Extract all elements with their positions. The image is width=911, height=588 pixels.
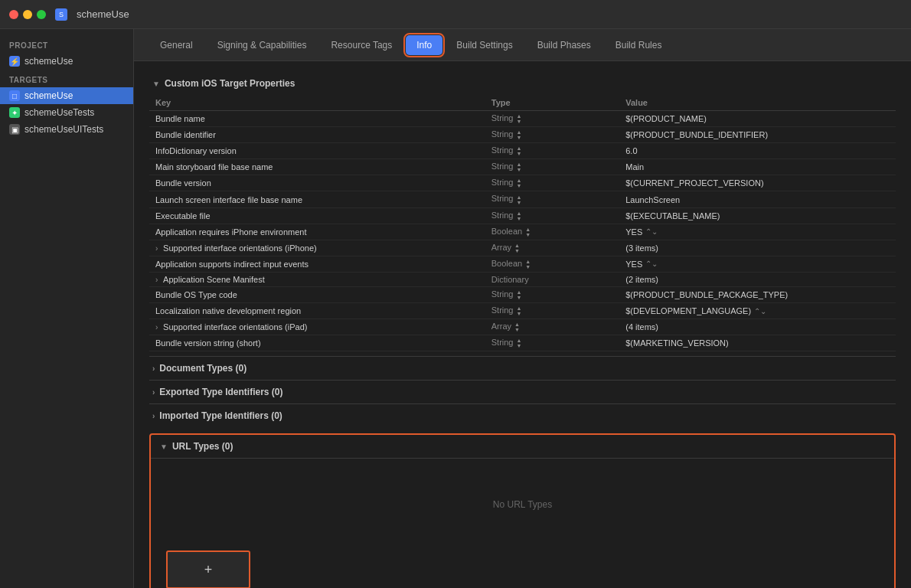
type-cell: String▲▼ [485,303,620,319]
table-row: Bundle identifierString▲▼$(PRODUCT_BUNDL… [149,127,896,143]
tab-buildphases[interactable]: Build Phases [527,35,602,55]
props-table: Key Type Value Bundle nameString▲▼$(PROD… [149,95,896,351]
type-cell: String▲▼ [485,175,620,191]
sidebar-target-1-name: schemeUseTests [24,107,94,118]
key-cell: › Application Scene Manifest [149,272,485,286]
sidebar-item-schemeuse[interactable]: □ schemeUse [0,87,133,104]
target-uitest-icon: ▣ [9,124,20,135]
key-cell: Application supports indirect input even… [149,256,485,272]
table-row: Bundle version string (short)String▲▼$(M… [149,335,896,351]
maximize-button[interactable] [37,10,46,19]
key-cell: › Supported interface orientations (iPad… [149,319,485,335]
tab-resource[interactable]: Resource Tags [320,35,403,55]
imported-types-chevron: › [152,412,155,420]
sidebar-item-schemeusetests[interactable]: ✦ schemeUseTests [0,104,133,121]
type-stepper[interactable]: ▲▼ [514,243,520,253]
project-icon: ⚡ [9,56,20,67]
table-row: Localization native development regionSt… [149,303,896,319]
imported-types-section[interactable]: › Imported Type Identifiers (0) [149,403,896,427]
type-stepper[interactable]: ▲▼ [517,305,522,316]
custom-ios-section: ▼ Custom iOS Target Properties Key Type … [149,74,896,351]
type-stepper[interactable]: ▲▼ [517,194,522,205]
select-chevron-icon: ⌃⌄ [645,260,658,268]
select-value[interactable]: $(DEVELOPMENT_LANGUAGE) ⌃⌄ [625,306,766,315]
add-url-type-button[interactable]: + [166,550,250,588]
tab-buildrules[interactable]: Build Rules [605,35,673,55]
app-icon: S [55,8,67,21]
tab-general[interactable]: General [149,35,204,55]
col-value: Value [619,95,896,111]
type-cell: Array▲▼ [485,240,620,256]
document-types-section[interactable]: › Document Types (0) [149,356,896,380]
key-cell: Main storyboard file base name [149,159,485,175]
close-button[interactable] [9,10,18,19]
type-stepper[interactable]: ▲▼ [514,322,520,332]
value-cell: (2 items) [619,272,896,286]
type-cell: String▲▼ [485,286,620,302]
type-stepper[interactable]: ▲▼ [517,211,522,221]
value-cell: $(MARKETING_VERSION) [619,335,896,351]
type-cell: String▲▼ [485,207,620,224]
value-cell: Main [619,159,896,175]
doc-types-chevron: › [152,364,155,373]
select-value[interactable]: YES ⌃⌄ [625,260,658,269]
sidebar-item-project[interactable]: ⚡ schemeUse [0,53,133,70]
expand-arrow[interactable]: › [155,276,160,284]
value-cell: $(CURRENT_PROJECT_VERSION) [619,175,896,191]
imported-types-label: Imported Type Identifiers (0) [159,410,282,421]
type-cell: String▲▼ [485,143,620,159]
key-cell: › Supported interface orientations (iPho… [149,240,485,256]
url-types-toolbar: + [151,550,894,588]
exported-types-section[interactable]: › Exported Type Identifiers (0) [149,380,896,403]
expand-arrow[interactable]: › [155,323,160,332]
window-controls[interactable] [9,10,46,19]
info-pane[interactable]: ▼ Custom iOS Target Properties Key Type … [134,61,911,588]
type-stepper[interactable]: ▲▼ [517,162,522,172]
table-row: Main storyboard file base nameString▲▼Ma… [149,159,896,175]
exported-types-label: Exported Type Identifiers (0) [159,387,282,397]
type-stepper[interactable]: ▲▼ [517,289,522,300]
tab-signing[interactable]: Signing & Capabilities [207,35,318,55]
targets-section-label: TARGETS [0,70,133,87]
table-row: InfoDictionary versionString▲▼6.0 [149,143,896,159]
table-row: Application supports indirect input even… [149,256,896,272]
url-types-chevron: ▼ [160,443,168,451]
value-cell: LaunchScreen [619,191,896,207]
url-types-header[interactable]: ▼ URL Types (0) [151,435,894,459]
type-cell: String▲▼ [485,191,620,207]
select-chevron-icon: ⌃⌄ [645,227,658,236]
type-cell: String▲▼ [485,159,620,175]
select-value[interactable]: YES ⌃⌄ [625,227,658,237]
url-types-body: No URL Types [151,459,894,550]
value-cell: $(EXECUTABLE_NAME) [619,207,896,224]
project-section-label: PROJECT [0,35,133,53]
type-cell: Array▲▼ [485,319,620,335]
type-stepper[interactable]: ▲▼ [525,227,531,237]
type-stepper[interactable]: ▲▼ [517,178,522,188]
key-cell: Bundle name [149,111,485,127]
sidebar-item-schemeuseuitests[interactable]: ▣ schemeUseUITests [0,121,133,138]
custom-ios-header[interactable]: ▼ Custom iOS Target Properties [149,74,896,93]
type-stepper[interactable]: ▲▼ [525,259,531,270]
type-stepper[interactable]: ▲▼ [517,129,522,140]
expand-arrow[interactable]: › [155,244,160,253]
table-row: › Supported interface orientations (iPho… [149,240,896,256]
tab-info[interactable]: Info [406,35,442,55]
value-cell: (4 items) [619,319,896,335]
content-area: General Signing & Capabilities Resource … [134,29,911,588]
custom-ios-title: Custom iOS Target Properties [165,78,295,89]
table-row: Launch screen interface file base nameSt… [149,191,896,207]
type-cell: Boolean▲▼ [485,256,620,272]
key-cell: Bundle version [149,175,485,191]
titlebar: S schemeUse [0,0,911,29]
table-row: Bundle OS Type codeString▲▼$(PRODUCT_BUN… [149,286,896,302]
type-stepper[interactable]: ▲▼ [517,338,522,348]
tab-buildsettings[interactable]: Build Settings [446,35,523,55]
type-stepper[interactable]: ▲▼ [517,145,522,156]
minimize-button[interactable] [23,10,32,19]
key-cell: Bundle identifier [149,127,485,143]
value-cell: (3 items) [619,240,896,256]
type-stepper[interactable]: ▲▼ [517,113,522,124]
target-app-icon: □ [9,90,20,101]
url-types-label: URL Types (0) [172,441,233,452]
